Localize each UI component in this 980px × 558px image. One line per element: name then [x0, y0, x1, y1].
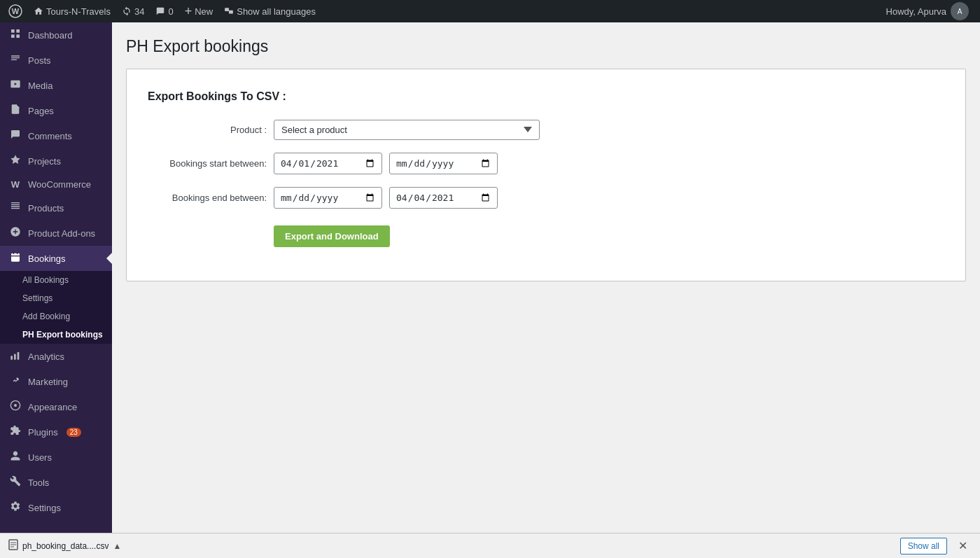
sidebar: Dashboard Posts Media Pages Comments — [0, 22, 112, 558]
woocommerce-icon: W — [8, 179, 22, 190]
sidebar-item-pages[interactable]: Pages — [0, 98, 112, 123]
sidebar-item-label: Plugins — [28, 427, 58, 438]
comments-icon — [8, 129, 22, 143]
sidebar-item-settings[interactable]: Settings — [0, 495, 112, 520]
end-date-2[interactable] — [389, 187, 498, 209]
bookings-end-label: Bookings end between: — [148, 193, 267, 203]
svg-rect-3 — [229, 11, 233, 14]
media-icon — [8, 78, 22, 92]
sidebar-item-label: Product Add-ons — [28, 228, 95, 239]
sidebar-item-label: Pages — [28, 106, 54, 116]
filename: ph_booking_data....csv — [22, 541, 108, 551]
sidebar-item-media[interactable]: Media — [0, 73, 112, 98]
posts-icon — [8, 53, 22, 67]
show-all-button[interactable]: Show all — [900, 538, 947, 554]
user-menu[interactable]: Howdy, Apurva A — [881, 2, 974, 20]
bookings-submenu: All Bookings Settings Add Booking PH Exp… — [0, 271, 112, 344]
sidebar-item-label: Bookings — [28, 253, 65, 264]
product-label: Product : — [148, 125, 267, 135]
bookings-icon — [8, 251, 22, 265]
sidebar-item-projects[interactable]: Projects — [0, 148, 112, 174]
page-title: PH Export bookings — [126, 36, 966, 57]
export-row: Export and Download — [148, 221, 944, 247]
sidebar-item-label: Appearance — [28, 402, 77, 412]
bookings-start-row: Bookings start between: — [148, 153, 944, 174]
avatar: A — [951, 2, 969, 20]
sidebar-item-marketing[interactable]: Marketing — [0, 369, 112, 394]
section-title: Export Bookings To CSV : — [148, 90, 944, 103]
main-content: PH Export bookings Export Bookings To CS… — [112, 22, 980, 558]
site-name[interactable]: Tours-N-Travels — [28, 0, 116, 22]
sidebar-item-tools[interactable]: Tools — [0, 470, 112, 495]
sidebar-item-label: Marketing — [28, 377, 68, 387]
admin-bar: W Tours-N-Travels 34 0 + New Show all la… — [0, 0, 980, 22]
languages[interactable]: Show all languages — [218, 0, 321, 22]
svg-rect-4 — [11, 29, 15, 33]
products-icon — [8, 201, 22, 215]
marketing-icon — [8, 375, 22, 389]
plugins-icon — [8, 425, 22, 439]
sidebar-item-comments[interactable]: Comments — [0, 123, 112, 148]
sidebar-item-products[interactable]: Products — [0, 195, 112, 221]
sidebar-item-users[interactable]: Users — [0, 445, 112, 470]
sidebar-item-bookings[interactable]: Bookings — [0, 246, 112, 271]
active-indicator — [106, 253, 112, 264]
product-addons-icon — [8, 226, 22, 240]
sidebar-item-label: Tools — [28, 477, 49, 488]
dashboard-icon — [8, 28, 22, 42]
submenu-add-booking[interactable]: Add Booking — [0, 307, 112, 326]
svg-rect-12 — [14, 354, 16, 360]
wp-logo[interactable]: W — [6, 0, 25, 22]
product-select[interactable]: Select a product — [274, 120, 540, 140]
start-date-1[interactable] — [274, 153, 382, 174]
product-row: Product : Select a product — [148, 120, 944, 140]
settings-icon — [8, 501, 22, 515]
sidebar-item-label: Analytics — [28, 351, 64, 362]
sidebar-item-posts[interactable]: Posts — [0, 48, 112, 73]
svg-rect-5 — [16, 29, 20, 33]
svg-rect-7 — [16, 34, 20, 38]
svg-text:W: W — [12, 7, 20, 15]
users-icon — [8, 450, 22, 464]
analytics-icon — [8, 349, 22, 363]
submenu-settings[interactable]: Settings — [0, 289, 112, 307]
sidebar-item-label: Projects — [28, 156, 61, 167]
svg-rect-10 — [11, 253, 20, 262]
plugins-badge: 23 — [66, 428, 81, 437]
sidebar-item-label: Products — [28, 203, 64, 214]
file-icon — [8, 539, 18, 552]
comments[interactable]: 0 — [150, 0, 178, 22]
downloaded-file: ph_booking_data....csv ▲ — [8, 539, 121, 552]
svg-rect-6 — [11, 34, 15, 38]
sidebar-item-woocommerce[interactable]: W WooCommerce — [0, 174, 112, 195]
expand-icon[interactable]: ▲ — [113, 541, 121, 551]
submenu-all-bookings[interactable]: All Bookings — [0, 271, 112, 289]
sidebar-item-dashboard[interactable]: Dashboard — [0, 22, 112, 48]
sidebar-item-label: Comments — [28, 131, 72, 141]
bookings-end-row: Bookings end between: — [148, 187, 944, 209]
projects-icon — [8, 154, 22, 168]
end-date-1[interactable] — [274, 187, 382, 209]
new-content[interactable]: + New — [179, 0, 219, 22]
svg-point-14 — [14, 404, 17, 407]
sidebar-item-label: Users — [28, 452, 52, 463]
sidebar-item-label: WooCommerce — [28, 179, 91, 190]
bottom-bar: ph_booking_data....csv ▲ Show all ✕ — [0, 533, 980, 558]
export-button[interactable]: Export and Download — [274, 225, 390, 247]
pages-icon — [8, 104, 22, 118]
svg-rect-2 — [225, 8, 229, 11]
sidebar-item-label: Dashboard — [28, 30, 73, 41]
svg-rect-13 — [18, 352, 20, 360]
svg-rect-11 — [10, 356, 13, 359]
sidebar-item-plugins[interactable]: Plugins 23 — [0, 419, 112, 445]
export-form-container: Export Bookings To CSV : Product : Selec… — [126, 69, 966, 281]
close-bottom-bar[interactable]: ✕ — [954, 538, 972, 554]
submenu-ph-export[interactable]: PH Export bookings — [0, 326, 112, 344]
updates[interactable]: 34 — [116, 0, 150, 22]
start-date-2[interactable] — [389, 153, 498, 174]
bookings-start-label: Bookings start between: — [148, 158, 267, 169]
sidebar-item-analytics[interactable]: Analytics — [0, 344, 112, 369]
appearance-icon — [8, 400, 22, 414]
sidebar-item-appearance[interactable]: Appearance — [0, 394, 112, 419]
sidebar-item-product-addons[interactable]: Product Add-ons — [0, 221, 112, 246]
